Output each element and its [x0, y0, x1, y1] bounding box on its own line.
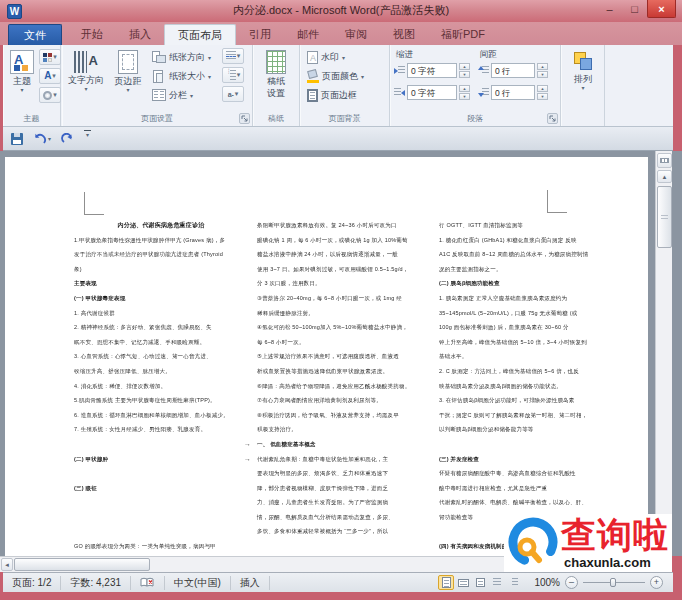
zoom-level[interactable]: 100% — [534, 577, 560, 588]
save-button[interactable] — [9, 130, 25, 148]
fullscreen-reading-view-button[interactable] — [455, 575, 471, 590]
undo-button[interactable]: ▾ — [31, 130, 53, 148]
tab-审阅[interactable]: 审阅 — [332, 24, 380, 45]
space-before-input[interactable]: 0 行 — [491, 63, 535, 78]
ruler-toggle-button[interactable] — [657, 153, 672, 168]
tab-文件[interactable]: 文件 — [8, 24, 62, 45]
indent-right-stepper[interactable]: ▲▼ — [459, 85, 470, 100]
breaks-button[interactable]: ▾ — [222, 48, 244, 64]
themes-group-label: 主题 — [3, 113, 60, 124]
theme-colors-button[interactable]: ▾ — [39, 49, 61, 65]
proofing-indicator[interactable] — [131, 576, 165, 590]
document-text-line: 条阻断甲状腺激素释放有效。复 24~36 小时后可改为口 — [257, 218, 431, 233]
zoom-slider[interactable] — [583, 576, 645, 589]
spin-down-icon: ▼ — [459, 93, 470, 100]
watermark-button[interactable]: A 水印 ▾ — [305, 48, 347, 66]
grid-paper-icon — [266, 50, 286, 74]
indent-left-stepper[interactable]: ▲▼ — [459, 63, 470, 78]
page-break-icon — [226, 51, 236, 61]
grid-paper-group: 稿纸 设置 稿纸 — [253, 45, 300, 126]
page-setup-group: A 文字方向 ▾ 页边距 ▾ 纸张方向 ▾ — [62, 45, 253, 126]
close-button[interactable]: × — [647, 0, 676, 18]
thumb-grip-icon — [661, 215, 668, 220]
chaxunla-logo-icon — [505, 515, 561, 571]
outline-view-button[interactable] — [489, 575, 505, 590]
word-count-indicator[interactable]: 字数: 4,231 — [61, 576, 131, 590]
spin-down-icon: ▼ — [459, 71, 470, 78]
document-text-line: 2. 精神神经系统：多言好动、紧张焦虑、焦躁易怒、失 — [74, 320, 248, 335]
tab-邮件[interactable]: 邮件 — [284, 24, 332, 45]
document-text-line: 要表现为明显的多尿、烦渴多饮、乏力和体重迅速下 — [257, 466, 431, 481]
spin-up-icon: ▲ — [459, 63, 470, 70]
customize-qat-button[interactable]: ▾ — [82, 130, 93, 148]
document-text-line: 力、消瘦，儿童患者生长发育受阻。为了严密监测病 — [257, 495, 431, 510]
scroll-up-icon: ▲ — [662, 174, 668, 180]
themes-button[interactable]: A 主题 ▾ — [4, 47, 40, 109]
minimize-button[interactable]: – — [597, 0, 622, 18]
tab-视图[interactable]: 视图 — [380, 24, 428, 45]
scroll-up-button[interactable]: ▲ — [657, 170, 672, 183]
columns-button[interactable]: 分栏 ▾ — [150, 86, 195, 104]
chevron-down-icon: ▾ — [581, 85, 584, 91]
theme-fonts-button[interactable]: A▾ — [39, 68, 61, 84]
page-setup-dialog-launcher[interactable] — [239, 113, 250, 124]
orientation-button[interactable]: 纸张方向 ▾ — [150, 48, 213, 66]
language-indicator[interactable]: 中文(中国) — [165, 576, 231, 590]
document-text-line: ⑤上述常规治疗效果不满意时，可选用腹膜透析、血液透 — [257, 349, 431, 364]
document-text-line: 基础水平。 — [439, 349, 623, 364]
document-text-line: ④氢化可的松 50~100mg加入 5%~10%葡萄糖盐水中静滴， — [257, 320, 431, 335]
grid-paper-group-label: 稿纸 — [253, 113, 299, 124]
arrange-button[interactable]: 排列 ▾ — [565, 47, 601, 109]
document-page[interactable]: 内分泌、代谢疾病急危重症诊治1.甲状腺危象指毒性弥漫性甲状腺肿伴甲亢 (Grav… — [5, 157, 648, 556]
orientation-icon — [152, 51, 166, 64]
document-text-line: 每 6~8 小时一次。 — [257, 335, 431, 350]
margins-button[interactable]: 页边距 ▾ — [110, 47, 146, 109]
tab-页面布局[interactable]: 页面布局 — [164, 24, 236, 45]
vertical-scrollbar[interactable]: ▲ ▼ — [655, 151, 672, 556]
page-borders-button[interactable]: 页面边框 — [305, 86, 359, 104]
paper-size-button[interactable]: 纸张大小 ▾ — [150, 67, 213, 85]
space-before-stepper[interactable]: ▲▼ — [537, 63, 548, 78]
zoom-in-button[interactable]: + — [650, 576, 663, 589]
indent-right-input[interactable]: 0 字符 — [407, 85, 457, 100]
hyphenation-button[interactable]: a-▾ — [222, 86, 244, 102]
page-color-button[interactable]: 页面颜色 ▾ — [305, 67, 366, 85]
grid-paper-settings-button[interactable]: 稿纸 设置 — [258, 47, 294, 109]
horizontal-scroll-thumb[interactable] — [14, 558, 150, 571]
text-direction-button[interactable]: A 文字方向 ▾ — [66, 47, 106, 109]
tab-插入[interactable]: 插入 — [116, 24, 164, 45]
spin-down-icon: ▼ — [537, 71, 548, 78]
vertical-scroll-thumb[interactable] — [657, 186, 672, 248]
indent-left-row: 0 字符 ▲▼ — [394, 62, 470, 79]
line-numbers-button[interactable]: ⋮ ▾ — [222, 67, 244, 83]
print-layout-view-button[interactable] — [438, 575, 454, 590]
document-text-line: 主要表现 — [74, 276, 248, 291]
tab-福昕PDF[interactable]: 福昕PDF — [428, 24, 498, 45]
document-text-line: 酸中毒时需进行相应检查，尤其是急性严重 — [439, 481, 623, 496]
document-text-line: 多饮、多食和体重减轻常被概括为 “三多一少”，所以 — [257, 524, 431, 539]
arrange-group: 排列 ▾ — [561, 45, 605, 126]
indent-left-input[interactable]: 0 字符 — [407, 63, 457, 78]
space-after-icon — [478, 88, 489, 97]
insert-mode-indicator[interactable]: 插入 — [231, 576, 270, 590]
word-window: W 内分泌.docx - Microsoft Word(产品激活失败) – □ … — [0, 0, 682, 600]
maximize-button[interactable]: □ — [622, 0, 647, 18]
page-number-indicator[interactable]: 页面: 1/2 — [3, 576, 61, 590]
space-after-stepper[interactable]: ▲▼ — [537, 85, 548, 100]
draft-view-button[interactable] — [506, 575, 522, 590]
theme-effects-button[interactable]: ▾ — [39, 87, 61, 103]
tab-开始[interactable]: 开始 — [68, 24, 116, 45]
document-text-line: 怀疑有糖尿病酮症酸中毒、高渗高血糖综合征和乳酸性 — [439, 466, 623, 481]
zoom-slider-thumb[interactable] — [610, 578, 616, 587]
paragraph-dialog-launcher[interactable] — [547, 113, 558, 124]
revision-arrow-icon: → — [244, 437, 251, 452]
scroll-left-button[interactable]: ◄ — [1, 558, 13, 571]
redo-button[interactable] — [59, 130, 76, 148]
chevron-down-icon: ▾ — [208, 74, 211, 80]
zoom-out-button[interactable]: – — [565, 576, 578, 589]
arrange-icon — [572, 52, 594, 72]
web-layout-view-button[interactable] — [472, 575, 488, 590]
space-after-input[interactable]: 0 行 — [491, 85, 535, 100]
chevron-down-icon: ▾ — [53, 53, 57, 61]
tab-引用[interactable]: 引用 — [236, 24, 284, 45]
